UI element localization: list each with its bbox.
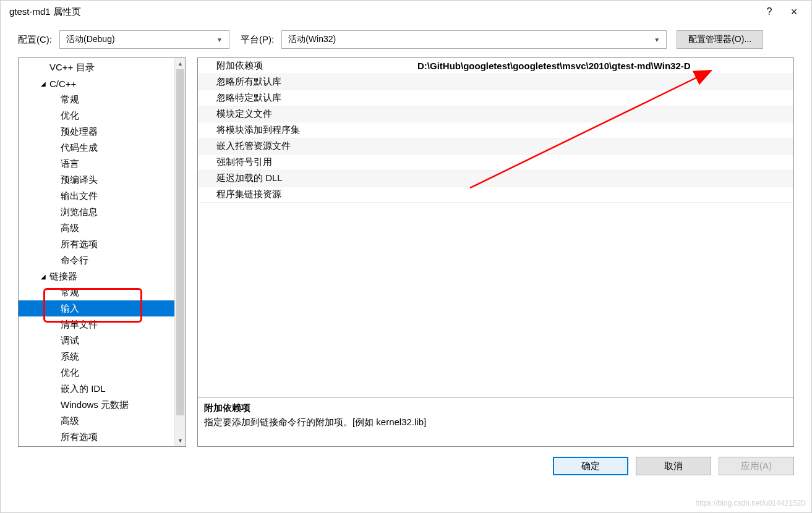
- tree-item[interactable]: 命令行: [19, 252, 174, 268]
- tree-item[interactable]: 浏览信息: [19, 204, 174, 220]
- tree-item[interactable]: 系统: [19, 349, 174, 365]
- tree-item-label: 调试: [61, 335, 79, 347]
- tree-item-label: 优化: [61, 110, 79, 122]
- tree-item-label: 常规: [61, 94, 79, 106]
- description-box: 附加依赖项 指定要添加到链接命令行的附加项。[例如 kernel32.lib]: [197, 397, 794, 447]
- property-row[interactable]: 附加依赖项D:\GitHub\googletest\googletest\msv…: [198, 58, 793, 74]
- tree-scrollbar[interactable]: ▲ ▼: [174, 58, 186, 446]
- tree-item-label: VC++ 目录: [49, 62, 95, 74]
- tree-item[interactable]: 常规: [19, 91, 174, 108]
- tree: VC++ 目录◢C/C++常规优化预处理器代码生成语言预编译头输出文件浏览信息高…: [19, 58, 174, 446]
- tree-item[interactable]: 预处理器: [19, 124, 174, 140]
- tree-item[interactable]: 预编译头: [19, 172, 174, 188]
- tree-item-label: 代码生成: [61, 142, 98, 154]
- tree-item[interactable]: 高级: [19, 413, 174, 429]
- tree-item-label: 常规: [61, 287, 79, 299]
- tree-item[interactable]: VC++ 目录: [19, 59, 174, 75]
- tree-item-label: 语言: [61, 158, 79, 170]
- property-row[interactable]: 忽略所有默认库: [198, 74, 793, 90]
- tree-item[interactable]: 优化: [19, 365, 174, 381]
- description-title: 附加依赖项: [204, 402, 787, 414]
- tree-item[interactable]: 语言: [19, 156, 174, 172]
- tree-item-label: 高级: [61, 223, 79, 234]
- property-name: 忽略特定默认库: [198, 92, 417, 104]
- tree-item-label: 输入: [61, 303, 79, 315]
- dialog-button-row: 确定 取消 应用(A): [1, 447, 811, 485]
- tree-item[interactable]: ◢链接器: [19, 268, 174, 284]
- platform-select[interactable]: 活动(Win32) ▼: [281, 30, 667, 49]
- tree-item[interactable]: 高级: [19, 220, 174, 236]
- property-grid: 附加依赖项D:\GitHub\googletest\googletest\msv…: [197, 57, 794, 397]
- tree-item[interactable]: 常规: [19, 284, 174, 300]
- scroll-thumb[interactable]: [176, 69, 184, 415]
- tree-item-label: Windows 元数据: [61, 399, 129, 411]
- cancel-button[interactable]: 取消: [636, 457, 711, 475]
- window-title: gtest-md1 属性页: [6, 6, 757, 18]
- tree-item-label: C/C++: [49, 78, 76, 89]
- tree-item-label: 输出文件: [61, 190, 98, 202]
- tree-item[interactable]: 所有选项: [19, 236, 174, 252]
- config-manager-button[interactable]: 配置管理器(O)...: [677, 30, 763, 49]
- property-row[interactable]: 延迟加载的 DLL: [198, 171, 793, 187]
- tree-item-label: 所有选项: [61, 239, 98, 250]
- titlebar: gtest-md1 属性页 ? ×: [1, 1, 811, 23]
- collapse-icon: ◢: [41, 80, 49, 87]
- tree-item-label: 预编译头: [61, 174, 98, 186]
- property-name: 强制符号引用: [198, 156, 417, 168]
- config-row: 配置(C): 活动(Debug) ▼ 平台(P): 活动(Win32) ▼ 配置…: [1, 23, 811, 54]
- property-name: 延迟加载的 DLL: [198, 172, 417, 184]
- property-row[interactable]: 忽略特定默认库: [198, 90, 793, 106]
- tree-item[interactable]: 输出文件: [19, 188, 174, 204]
- tree-item[interactable]: 嵌入的 IDL: [19, 381, 174, 397]
- tree-item[interactable]: 代码生成: [19, 140, 174, 156]
- platform-value: 活动(Win32): [288, 34, 654, 45]
- tree-item-label: 高级: [61, 415, 79, 427]
- property-name: 模块定义文件: [198, 108, 417, 120]
- tree-item[interactable]: 优化: [19, 108, 174, 124]
- tree-item[interactable]: 调试: [19, 333, 174, 349]
- ok-button[interactable]: 确定: [553, 457, 628, 475]
- watermark-text: https://blog.csdn.net/u014421520: [696, 499, 805, 507]
- tree-item-label: 命令行: [61, 255, 88, 266]
- tree-item-label: 所有选项: [61, 431, 98, 443]
- property-row[interactable]: 程序集链接资源: [198, 187, 793, 203]
- tree-item[interactable]: ◢C/C++: [19, 75, 174, 91]
- property-name: 嵌入托管资源文件: [198, 140, 417, 152]
- property-row[interactable]: 强制符号引用: [198, 155, 793, 171]
- property-row[interactable]: 将模块添加到程序集: [198, 122, 793, 138]
- chevron-down-icon: ▼: [654, 36, 660, 43]
- property-name: 程序集链接资源: [198, 189, 417, 200]
- tree-item-label: 嵌入的 IDL: [61, 383, 106, 395]
- property-name: 忽略所有默认库: [198, 76, 417, 88]
- config-value: 活动(Debug): [66, 34, 216, 45]
- close-button[interactable]: ×: [782, 6, 806, 19]
- collapse-icon: ◢: [41, 273, 49, 280]
- config-manager-label: 配置管理器(O)...: [688, 34, 751, 45]
- property-row[interactable]: 嵌入托管资源文件: [198, 138, 793, 155]
- config-select[interactable]: 活动(Debug) ▼: [59, 30, 229, 49]
- apply-button[interactable]: 应用(A): [719, 457, 794, 475]
- tree-item-label: 系统: [61, 351, 79, 363]
- config-label: 配置(C):: [18, 34, 54, 46]
- tree-item-label: 预处理器: [61, 126, 98, 138]
- tree-item-label: 优化: [61, 367, 79, 379]
- tree-item-label: 清单文件: [61, 319, 98, 331]
- property-row[interactable]: 模块定义文件: [198, 106, 793, 122]
- platform-label: 平台(P):: [241, 34, 276, 46]
- tree-item-label: 浏览信息: [61, 206, 98, 218]
- help-button[interactable]: ?: [757, 6, 782, 17]
- tree-item-label: 链接器: [49, 271, 77, 282]
- tree-item[interactable]: Windows 元数据: [19, 397, 174, 413]
- scroll-up-icon[interactable]: ▲: [175, 58, 186, 69]
- tree-item[interactable]: 输入: [19, 300, 174, 316]
- description-text: 指定要添加到链接命令行的附加项。[例如 kernel32.lib]: [204, 417, 787, 428]
- property-value[interactable]: D:\GitHub\googletest\googletest\msvc\201…: [417, 61, 793, 71]
- tree-item[interactable]: 所有选项: [19, 429, 174, 445]
- chevron-down-icon: ▼: [216, 36, 223, 43]
- scroll-down-icon[interactable]: ▼: [175, 435, 186, 446]
- tree-panel: VC++ 目录◢C/C++常规优化预处理器代码生成语言预编译头输出文件浏览信息高…: [18, 57, 186, 447]
- property-name: 将模块添加到程序集: [198, 124, 417, 136]
- tree-item[interactable]: 清单文件: [19, 316, 174, 333]
- property-name: 附加依赖项: [198, 60, 417, 72]
